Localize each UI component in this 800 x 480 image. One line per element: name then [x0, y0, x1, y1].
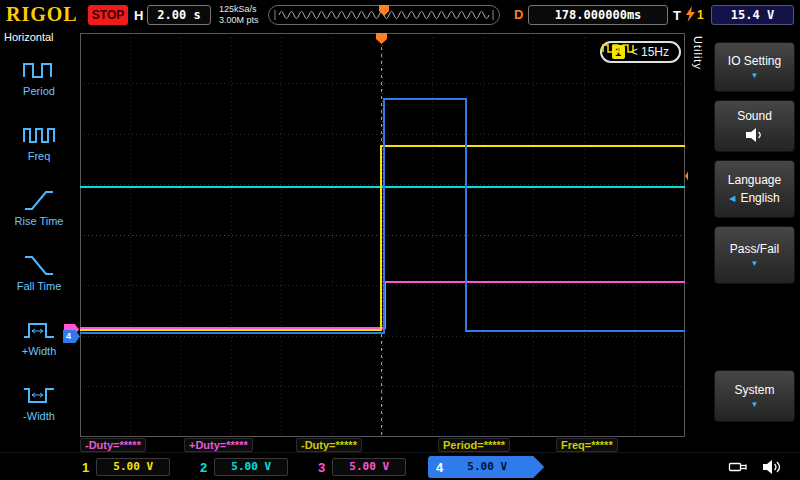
menu-item-io-setting[interactable]: IO Setting ▼	[714, 42, 795, 92]
measurement-neg-duty-ch3: -Duty=*****	[80, 438, 146, 452]
sidebar-item-label: Fall Time	[17, 280, 62, 292]
measurement-freq-ch1: Freq=*****	[556, 438, 618, 452]
menu-empty-slot	[714, 292, 795, 370]
usb-device-icon	[728, 459, 750, 475]
freq-icon	[21, 123, 57, 147]
menu-item-language[interactable]: Language ◀ English	[714, 160, 795, 218]
waveform-display: 1 < 15Hz	[80, 33, 685, 437]
run-state-badge: STOP	[88, 5, 128, 25]
sidebar-item-period[interactable]: Period	[0, 45, 78, 110]
sidebar-item-label: +Width	[22, 345, 57, 357]
sample-rate: 125kSa/s	[219, 4, 259, 15]
channel-number: 1	[82, 460, 89, 475]
trigger-frequency-badge: 1 < 15Hz	[600, 41, 681, 63]
waveform-plot	[80, 33, 685, 437]
period-icon	[21, 58, 57, 82]
menu-item-system[interactable]: System ▼	[714, 370, 795, 422]
trigger-level-value[interactable]: 15.4 V	[711, 5, 794, 25]
chevron-down-icon: ▼	[751, 260, 759, 268]
chevron-down-icon: ▼	[751, 72, 759, 80]
measurement-neg-duty-ch1: -Duty=*****	[296, 438, 362, 452]
softkey-menu: IO Setting ▼ Sound Language ◀ English Pa…	[714, 42, 795, 430]
channel-scale: 5.00 V	[214, 458, 288, 476]
sidebar-item-label: -Width	[23, 410, 55, 422]
minus-width-icon	[21, 383, 57, 407]
channel3-badge[interactable]: 3 5.00 V	[310, 456, 414, 478]
timebase-value[interactable]: 2.00 s	[147, 5, 211, 25]
sidebar-item-fall-time[interactable]: Fall Time	[0, 240, 78, 305]
measurement-row: -Duty=***** +Duty=***** -Duty=***** Peri…	[80, 438, 686, 452]
chevron-left-icon: ◀	[729, 194, 735, 203]
pulse-train-icon	[602, 43, 636, 54]
horizontal-measure-sidebar: Horizontal Period Freq Rise Time Fall Ti…	[0, 30, 78, 452]
trigger-frequency-value: < 15Hz	[631, 45, 669, 59]
delay-label: D	[514, 7, 523, 22]
plus-width-icon	[21, 318, 57, 342]
menu-item-label: System	[734, 383, 774, 397]
menu-tab-utility: Utility	[692, 36, 704, 70]
menu-item-sound[interactable]: Sound	[714, 100, 795, 152]
sound-on-icon	[762, 459, 782, 475]
language-value: English	[740, 191, 779, 205]
measurement-pos-duty-ch3: +Duty=*****	[184, 438, 253, 452]
language-value-row: ◀ English	[729, 191, 780, 205]
sidebar-item-label: Period	[23, 85, 55, 97]
trigger-label: T	[673, 8, 681, 23]
rise-time-icon	[21, 188, 57, 212]
channel-number: 3	[318, 460, 325, 475]
horizontal-label: H	[134, 8, 143, 23]
oscilloscope-screen: RIGOL STOP H 2.00 s 125kSa/s 3.00M pts D…	[0, 0, 800, 480]
measurement-period-ch1: Period=*****	[438, 438, 510, 452]
channel4-badge[interactable]: 4 5.00 V	[428, 456, 544, 478]
menu-item-label: IO Setting	[728, 54, 781, 68]
memory-position-strip	[268, 5, 500, 25]
fall-time-icon	[21, 253, 57, 277]
menu-item-label: Language	[728, 173, 781, 187]
channel-number: 4	[436, 460, 443, 475]
acquisition-info: 125kSa/s 3.00M pts	[219, 4, 259, 26]
speaker-icon	[744, 127, 766, 143]
trigger-edge-icon	[685, 6, 696, 23]
sidebar-item-rise-time[interactable]: Rise Time	[0, 175, 78, 240]
menu-item-label: Sound	[737, 109, 772, 123]
chevron-down-icon: ▼	[751, 401, 759, 409]
channel-number: 2	[200, 460, 207, 475]
channel-scale: 5.00 V	[96, 458, 170, 476]
delay-value[interactable]: 178.000000ms	[528, 5, 668, 25]
sidebar-title: Horizontal	[0, 30, 78, 45]
trigger-source-number: 1	[697, 8, 704, 22]
channel-scale: 5.00 V	[332, 458, 406, 476]
menu-item-pass-fail[interactable]: Pass/Fail ▼	[714, 226, 795, 284]
channel-status-bar: 1 5.00 V 2 5.00 V 3 5.00 V 4 5.00 V	[0, 452, 800, 480]
sidebar-item-freq[interactable]: Freq	[0, 110, 78, 175]
sidebar-item-label: Freq	[28, 150, 51, 162]
utility-menu-panel: Utility IO Setting ▼ Sound Language ◀ En…	[688, 30, 800, 452]
channel2-badge[interactable]: 2 5.00 V	[192, 456, 296, 478]
sidebar-item-label: Rise Time	[15, 215, 64, 227]
channel-scale: 5.00 V	[450, 458, 524, 476]
sidebar-item-minus-width[interactable]: -Width	[0, 370, 78, 435]
channel1-badge[interactable]: 1 5.00 V	[74, 456, 178, 478]
memory-depth: 3.00M pts	[219, 15, 259, 26]
top-status-bar: RIGOL STOP H 2.00 s 125kSa/s 3.00M pts D…	[0, 0, 800, 30]
rigol-logo: RIGOL	[6, 3, 78, 26]
menu-item-label: Pass/Fail	[730, 242, 779, 256]
